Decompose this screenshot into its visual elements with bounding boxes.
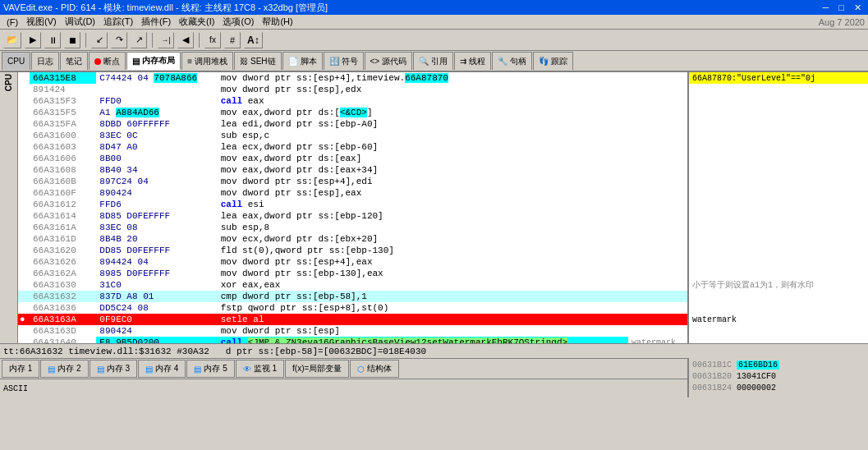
bottom-tab-mem5-label: 内存 5 xyxy=(204,363,227,374)
table-row[interactable]: ●66A3163A0F9EC0setle al xyxy=(18,314,687,325)
bottom-tab-struct[interactable]: ⬡ 结构体 xyxy=(350,360,399,378)
disasm-instr: mov dword ptr ss:[ebp-130],eax xyxy=(218,268,628,279)
table-row[interactable]: 66A316088B40 34mov eax,dword ptr ds:[eax… xyxy=(18,164,687,176)
tab-callstack[interactable]: ≡ 调用堆栈 xyxy=(181,52,233,70)
disasm-addr: 66A3161A xyxy=(30,222,96,233)
disasm-bytes: 897C24 04 xyxy=(96,176,217,187)
disasm-addr: 66A31603 xyxy=(30,141,96,153)
btn-open[interactable]: 📂 xyxy=(3,32,21,48)
disasm-addr: 66A31606 xyxy=(30,153,96,164)
tab-seh-label: SEH链 xyxy=(250,56,276,67)
table-row[interactable]: 66A3160083EC 0Csub esp,c xyxy=(18,130,687,141)
btn-restart[interactable]: ▶ xyxy=(25,32,41,48)
bottom-tab-mem4[interactable]: ▤ 内存 4 xyxy=(138,360,186,378)
tab-cs-icon: ≡ xyxy=(187,57,192,66)
table-row[interactable]: 66A315FA8DBD 60FFFFFFlea edi,dword ptr s… xyxy=(18,118,687,130)
table-row[interactable]: 66A31620DD85 D0FEFFFFfld st(0),qword ptr… xyxy=(18,245,687,256)
disasm-comment xyxy=(628,279,687,291)
table-row[interactable]: 66A31640E8 9B5D0200call <JMP.&_ZN3eva16G… xyxy=(18,337,687,343)
table-row[interactable]: 66A315F3FFD0call eax xyxy=(18,95,687,107)
btn-step-out[interactable]: ↗ xyxy=(131,32,147,48)
menu-file[interactable]: (F) xyxy=(3,16,21,28)
btn-step-into[interactable]: ↙ xyxy=(91,32,108,48)
tab-log[interactable]: 日志 xyxy=(31,52,59,70)
disasm-addr: 66A31632 xyxy=(30,291,96,302)
table-row[interactable]: 66A3163D890424mov dword ptr ss:[esp] xyxy=(18,325,687,337)
btn-back[interactable]: ◀ xyxy=(177,32,194,48)
table-row[interactable]: 891424mov dword ptr ss:[esp],edx xyxy=(18,84,687,95)
table-row[interactable]: 66A315E8C74424 04 7078A866mov dword ptr … xyxy=(18,72,687,84)
tab-breakpoints[interactable]: 断点 xyxy=(89,52,126,70)
bottom-tabs: 内存 1 ▤ 内存 2 ▤ 内存 3 ▤ 内存 4 ▤ 内存 5 👁 监视 1 xyxy=(0,358,687,379)
right-entry: 66A87870:"UserLevel"=="0j xyxy=(689,72,868,84)
disasm-comment xyxy=(628,291,687,302)
table-row[interactable]: 66A316068B00mov eax,dword ptr ds:[eax] xyxy=(18,153,687,164)
bottom-tab-mem3[interactable]: ▤ 内存 3 xyxy=(90,360,137,378)
btn-step-over[interactable]: ↷ xyxy=(111,32,127,48)
right-entry: watermark xyxy=(689,314,868,325)
table-row[interactable]: 66A316038D47 A0lea ecx,dword ptr ss:[ebp… xyxy=(18,141,687,153)
table-row[interactable]: 66A31626894424 04mov dword ptr ss:[esp+4… xyxy=(18,256,687,268)
menu-debug[interactable]: 调试(D) xyxy=(62,15,99,29)
tab-script[interactable]: 📄 脚本 xyxy=(282,52,323,70)
tab-symbol[interactable]: 🔣 符号 xyxy=(324,52,364,70)
menu-help[interactable]: 帮助(H) xyxy=(259,15,296,29)
table-row[interactable]: 66A3162A8985 D0FEFFFFmov dword ptr ss:[e… xyxy=(18,268,687,279)
tab-memory-layout[interactable]: ▤ 内存布局 xyxy=(126,52,181,70)
table-row[interactable]: 66A3160F890424mov dword ptr ss:[esp],eax xyxy=(18,187,687,199)
table-row[interactable]: 66A3161A83EC 08sub esp,8 xyxy=(18,222,687,233)
disasm-instr: cmp dword ptr ss:[ebp-58],1 xyxy=(218,291,628,302)
disasm-bytes: 8D47 A0 xyxy=(96,141,217,153)
tab-thread[interactable]: ⇉ 线程 xyxy=(454,52,491,70)
tab-trace[interactable]: 👣 跟踪 xyxy=(533,52,573,70)
bottom-tab-mem1[interactable]: 内存 1 xyxy=(2,360,39,378)
table-row[interactable]: 66A3161D8B4B 20mov ecx,dword ptr ds:[ebx… xyxy=(18,233,687,245)
bottom-tab-mem5[interactable]: ▤ 内存 5 xyxy=(186,360,234,378)
right-entry xyxy=(689,118,868,130)
tab-cpu[interactable]: CPU xyxy=(2,52,30,70)
disasm-bytes: E8 9B5D0200 xyxy=(96,337,217,343)
bottom-tabs-area: 内存 1 ▤ 内存 2 ▤ 内存 3 ▤ 内存 4 ▤ 内存 5 👁 监视 1 xyxy=(0,358,687,397)
table-row[interactable]: 66A315F5A1 A884AD66mov eax,dword ptr ds:… xyxy=(18,107,687,118)
tab-ref[interactable]: 🔍 引用 xyxy=(413,52,453,70)
table-row[interactable]: 66A31632837D A8 01cmp dword ptr ss:[ebp-… xyxy=(18,291,687,302)
close-btn[interactable]: ✕ xyxy=(851,2,865,13)
disasm-bytes: 0F9EC0 xyxy=(96,314,217,325)
menu-trace[interactable]: 追踪(T) xyxy=(100,15,136,29)
menu-plugin[interactable]: 插件(F) xyxy=(138,15,174,29)
btn-pause[interactable]: ⏸ xyxy=(44,32,61,48)
table-row[interactable]: 66A31636DD5C24 08fstp qword ptr ss:[esp+… xyxy=(18,302,687,314)
btn-font[interactable]: A↕ xyxy=(244,32,263,48)
disasm-comment xyxy=(628,176,687,187)
tab-source[interactable]: <> 源代码 xyxy=(365,52,413,70)
disasm-view[interactable]: 66A315E8C74424 04 7078A866mov dword ptr … xyxy=(18,72,687,343)
btn-hash[interactable]: # xyxy=(224,32,241,48)
maximize-btn[interactable]: □ xyxy=(835,2,847,13)
right-entry xyxy=(689,210,868,222)
right-entry xyxy=(689,153,868,164)
minimize-btn[interactable]: ─ xyxy=(820,2,833,13)
bottom-tab-watch1[interactable]: 👁 监视 1 xyxy=(236,360,284,378)
tab-seh[interactable]: ⛓ SEH链 xyxy=(234,52,282,70)
right-entry xyxy=(689,164,868,176)
bottom-tab-mem2[interactable]: ▤ 内存 2 xyxy=(40,360,88,378)
menu-fav[interactable]: 收藏夹(I) xyxy=(176,15,218,29)
table-row[interactable]: 66A3160B897C24 04mov dword ptr ss:[esp+4… xyxy=(18,176,687,187)
table-row[interactable]: 66A3163031C0xor eax,eax xyxy=(18,279,687,291)
menu-view[interactable]: 视图(V) xyxy=(23,15,60,29)
tab-handle[interactable]: 🔧 句柄 xyxy=(492,52,532,70)
tab-bar: CPU 日志 笔记 断点 ▤ 内存布局 ≡ 调用堆栈 ⛓ SEH链 📄 脚本 🔣… xyxy=(0,51,868,72)
table-row[interactable]: 66A31612FFD6call esi xyxy=(18,199,687,210)
tab-notes[interactable]: 笔记 xyxy=(60,52,88,70)
menu-options[interactable]: 选项(O) xyxy=(219,15,257,29)
btn-fx[interactable]: fx xyxy=(204,32,221,48)
btn-run-to[interactable]: →| xyxy=(158,32,174,48)
bottom-tab-locals[interactable]: f(x)=局部变量 xyxy=(285,360,349,378)
disasm-addr: 66A31640 xyxy=(30,337,96,343)
ascii-label: ASCII xyxy=(3,384,28,393)
sep3 xyxy=(199,33,200,48)
btn-stop[interactable]: ⏹ xyxy=(64,32,80,48)
table-row[interactable]: 66A316148D85 D0FEFFFFlea eax,dword ptr s… xyxy=(18,210,687,222)
tab-log-label: 日志 xyxy=(37,56,53,67)
disasm-bytes: 890424 xyxy=(96,325,217,337)
